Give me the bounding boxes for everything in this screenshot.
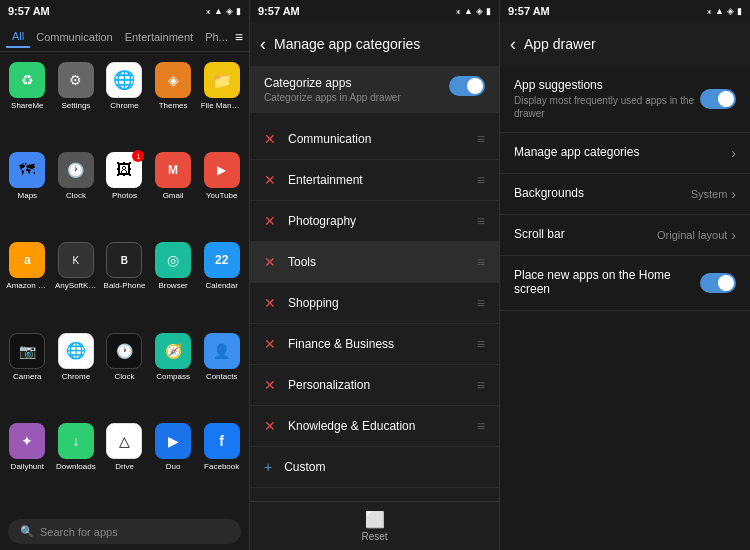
remove-personalization-icon[interactable]: ✕ bbox=[264, 377, 276, 393]
app-photos[interactable]: 🖼 1 Photos bbox=[101, 148, 148, 236]
baldphone-label: Bald-Phone bbox=[104, 281, 146, 291]
drag-photography-icon[interactable]: ≡ bbox=[477, 213, 485, 229]
app-facebook[interactable]: f Facebook bbox=[198, 419, 245, 507]
app-dailyhunt[interactable]: ✦ Dailyhunt bbox=[4, 419, 51, 507]
category-shopping[interactable]: ✕ Shopping ≡ bbox=[250, 283, 499, 324]
back-button-3[interactable]: ‹ bbox=[510, 34, 516, 55]
menu-icon[interactable]: ≡ bbox=[235, 29, 243, 45]
bluetooth-icon: ⁎ bbox=[206, 6, 211, 16]
time-1: 9:57 AM bbox=[8, 5, 50, 17]
status-icons-2: ⁎ ▲ ◈ ▮ bbox=[456, 6, 491, 16]
drag-personalization-icon[interactable]: ≡ bbox=[477, 377, 485, 393]
drag-tools-icon[interactable]: ≡ bbox=[477, 254, 485, 270]
status-bar-1: 9:57 AM ⁎ ▲ ◈ ▮ bbox=[0, 0, 249, 22]
app-duo[interactable]: ▶ Duo bbox=[150, 419, 197, 507]
category-entertainment[interactable]: ✕ Entertainment ≡ bbox=[250, 160, 499, 201]
app-amazon[interactable]: a Amazon Shopping bbox=[4, 238, 51, 326]
keyboard-label: AnySoftKeybo... bbox=[55, 281, 97, 291]
remove-communication-icon[interactable]: ✕ bbox=[264, 131, 276, 147]
drag-finance-icon[interactable]: ≡ bbox=[477, 336, 485, 352]
app-youtube[interactable]: ▶ YouTube bbox=[198, 148, 245, 236]
place-new-apps-toggle[interactable] bbox=[700, 273, 736, 293]
category-finance[interactable]: ✕ Finance & Business ≡ bbox=[250, 324, 499, 365]
back-button-2[interactable]: ‹ bbox=[260, 34, 266, 55]
category-knowledge[interactable]: ✕ Knowledge & Education ≡ bbox=[250, 406, 499, 447]
category-photography[interactable]: ✕ Photography ≡ bbox=[250, 201, 499, 242]
chrome-label-2: Chrome bbox=[62, 372, 90, 382]
tab-all[interactable]: All bbox=[6, 26, 30, 48]
setting-backgrounds[interactable]: Backgrounds System › bbox=[500, 174, 750, 215]
category-custom-label: Custom bbox=[284, 460, 485, 474]
app-downloads[interactable]: ↓ Downloads bbox=[53, 419, 100, 507]
app-filemanager[interactable]: 📁 File Manager bbox=[198, 58, 245, 146]
app-settings[interactable]: ⚙ Settings bbox=[53, 58, 100, 146]
remove-finance-icon[interactable]: ✕ bbox=[264, 336, 276, 352]
categorize-toggle[interactable] bbox=[449, 76, 485, 96]
drag-communication-icon[interactable]: ≡ bbox=[477, 131, 485, 147]
remove-knowledge-icon[interactable]: ✕ bbox=[264, 418, 276, 434]
setting-app-suggestions[interactable]: App suggestions Display most frequently … bbox=[500, 66, 750, 133]
contacts-label: Contacts bbox=[206, 372, 238, 382]
tab-ph[interactable]: Ph... bbox=[199, 27, 234, 47]
app-browser[interactable]: ◎ Browser bbox=[150, 238, 197, 326]
category-custom[interactable]: + Custom bbox=[250, 447, 499, 488]
tab-entertainment[interactable]: Entertainment bbox=[119, 27, 199, 47]
remove-tools-icon[interactable]: ✕ bbox=[264, 254, 276, 270]
app-shareme[interactable]: ♻ ShareMe bbox=[4, 58, 51, 146]
search-bar[interactable]: 🔍 Search for apps bbox=[8, 519, 241, 544]
categorize-label: Categorize apps bbox=[264, 76, 401, 90]
wifi-icon-2: ◈ bbox=[476, 6, 483, 16]
battery-icon-3: ▮ bbox=[737, 6, 742, 16]
category-knowledge-label: Knowledge & Education bbox=[288, 419, 477, 433]
app-suggestions-toggle[interactable] bbox=[700, 89, 736, 109]
drag-shopping-icon[interactable]: ≡ bbox=[477, 295, 485, 311]
category-list: ✕ Communication ≡ ✕ Entertainment ≡ ✕ Ph… bbox=[250, 119, 499, 501]
time-3: 9:57 AM bbox=[508, 5, 550, 17]
add-custom-icon[interactable]: + bbox=[264, 459, 272, 475]
reset-button[interactable]: ⬜ Reset bbox=[361, 510, 387, 542]
status-bar-3: 9:57 AM ⁎ ▲ ◈ ▮ bbox=[500, 0, 750, 22]
category-photography-label: Photography bbox=[288, 214, 477, 228]
app-maps[interactable]: 🗺 Maps bbox=[4, 148, 51, 236]
app-themes[interactable]: ◈ Themes bbox=[150, 58, 197, 146]
youtube-icon: ▶ bbox=[204, 152, 240, 188]
themes-icon: ◈ bbox=[155, 62, 191, 98]
bluetooth-icon-2: ⁎ bbox=[456, 6, 461, 16]
app-drive[interactable]: △ Drive bbox=[101, 419, 148, 507]
drag-entertainment-icon[interactable]: ≡ bbox=[477, 172, 485, 188]
drag-knowledge-icon[interactable]: ≡ bbox=[477, 418, 485, 434]
backgrounds-value: System bbox=[691, 188, 728, 200]
clock-label-2: Clock bbox=[114, 372, 134, 382]
setting-manage-categories[interactable]: Manage app categories › bbox=[500, 133, 750, 174]
app-chrome-1[interactable]: 🌐 Chrome bbox=[101, 58, 148, 146]
app-clock-1[interactable]: 🕐 Clock bbox=[53, 148, 100, 236]
category-communication[interactable]: ✕ Communication ≡ bbox=[250, 119, 499, 160]
reset-icon: ⬜ bbox=[365, 510, 385, 529]
panel-app-drawer: 9:57 AM ⁎ ▲ ◈ ▮ All Communication Entert… bbox=[0, 0, 250, 550]
category-personalization[interactable]: ✕ Personalization ≡ bbox=[250, 365, 499, 406]
app-compass[interactable]: 🧭 Compass bbox=[150, 329, 197, 417]
baldphone-icon: B bbox=[106, 242, 142, 278]
remove-shopping-icon[interactable]: ✕ bbox=[264, 295, 276, 311]
tab-communication[interactable]: Communication bbox=[30, 27, 118, 47]
signal-icon: ▲ bbox=[214, 6, 223, 16]
category-tools[interactable]: ✕ Tools ≡ bbox=[250, 242, 499, 283]
app-anysoftkeyboard[interactable]: K AnySoftKeybo... bbox=[53, 238, 100, 326]
youtube-label: YouTube bbox=[206, 191, 237, 201]
shareme-label: ShareMe bbox=[11, 101, 43, 111]
app-clock-2[interactable]: 🕐 Clock bbox=[101, 329, 148, 417]
dailyhunt-label: Dailyhunt bbox=[11, 462, 44, 472]
app-chrome-2[interactable]: 🌐 Chrome bbox=[53, 329, 100, 417]
app-contacts[interactable]: 👤 Contacts bbox=[198, 329, 245, 417]
chrome-icon-1: 🌐 bbox=[106, 62, 142, 98]
app-baldphone[interactable]: B Bald-Phone bbox=[101, 238, 148, 326]
app-gmail[interactable]: M Gmail bbox=[150, 148, 197, 236]
remove-entertainment-icon[interactable]: ✕ bbox=[264, 172, 276, 188]
app-calendar[interactable]: 22 Calendar bbox=[198, 238, 245, 326]
panel2-header: ‹ Manage app categories bbox=[250, 22, 499, 66]
setting-place-new-apps[interactable]: Place new apps on the Home screen bbox=[500, 256, 750, 311]
remove-photography-icon[interactable]: ✕ bbox=[264, 213, 276, 229]
setting-scrollbar[interactable]: Scroll bar Original layout › bbox=[500, 215, 750, 256]
status-icons-1: ⁎ ▲ ◈ ▮ bbox=[206, 6, 241, 16]
app-camera[interactable]: 📷 Camera bbox=[4, 329, 51, 417]
